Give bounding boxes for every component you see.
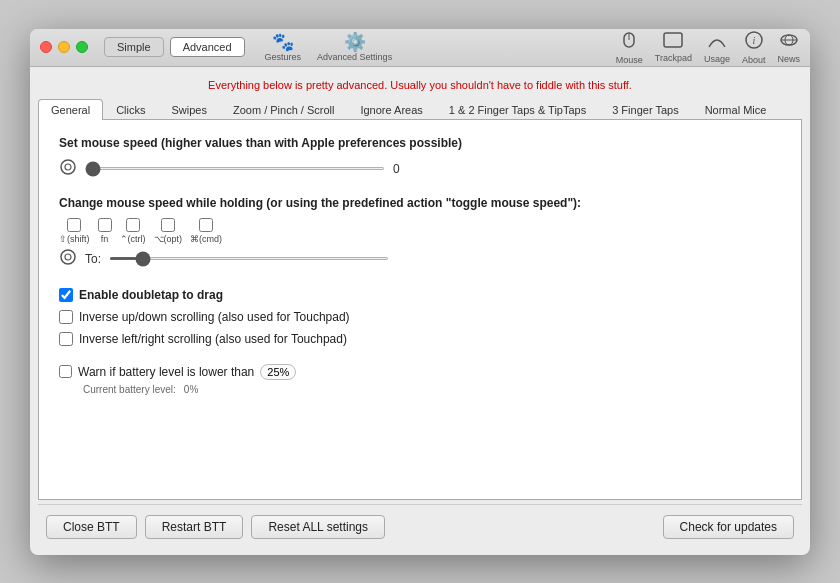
mouse-speed-slider-row: 0 [59,158,781,180]
shift-checkbox[interactable] [67,218,81,232]
reset-all-button[interactable]: Reset ALL settings [251,515,385,539]
doubletap-drag-checkbox[interactable] [59,288,73,302]
ctrl-checkbox[interactable] [126,218,140,232]
gestures-icon: 🐾 [272,33,294,51]
gestures-icon-group[interactable]: 🐾 Gestures [265,33,302,62]
to-speed-row: To: [59,248,781,270]
tab-clicks[interactable]: Clicks [103,99,158,120]
mouse-nav-item[interactable]: Mouse [616,30,643,65]
trackpad-icon [663,32,683,53]
tab-swipes[interactable]: Swipes [158,99,219,120]
inverse-leftright-checkbox[interactable] [59,332,73,346]
fn-checkbox[interactable] [98,218,112,232]
titlebar: Simple Advanced 🐾 Gestures ⚙️ Advanced S… [30,29,810,67]
titlebar-right-icons: Mouse Trackpad Usage [616,30,800,65]
cmd-label: ⌘(cmd) [190,234,222,244]
mouse-icon [619,30,639,55]
tab-3-finger-taps[interactable]: 3 Finger Taps [599,99,691,120]
svg-point-11 [65,254,71,260]
advanced-settings-icon: ⚙️ [344,33,366,51]
inverse-updown-label: Inverse up/down scrolling (also used for… [79,310,350,324]
doubletap-drag-row: Enable doubletap to drag [59,288,781,302]
inverse-updown-checkbox[interactable] [59,310,73,324]
opt-label: ⌥(opt) [154,234,183,244]
shift-label: ⇧(shift) [59,234,90,244]
tab-normal-mice[interactable]: Normal Mice [692,99,780,120]
general-panel: Set mouse speed (higher values than with… [38,120,802,500]
mouse-speed-slider[interactable] [85,167,385,170]
close-button[interactable] [40,41,52,53]
svg-rect-2 [664,33,682,47]
modifier-speed-title: Change mouse speed while holding (or usi… [59,196,781,210]
usage-icon [707,31,727,54]
ctrl-label: ⌃(ctrl) [120,234,146,244]
about-icon: i [744,30,764,55]
tab-general[interactable]: General [38,99,103,120]
usage-nav-label: Usage [704,54,730,64]
maximize-button[interactable] [76,41,88,53]
bottom-bar: Close BTT Restart BTT Reset ALL settings… [38,504,802,547]
content-area: Everything below is pretty advanced. Usu… [30,67,810,555]
battery-warn-row: Warn if battery level is lower than 25% [59,364,781,380]
traffic-lights [40,41,88,53]
svg-point-8 [61,160,75,174]
doubletap-drag-label: Enable doubletap to drag [79,288,223,302]
opt-checkbox[interactable] [161,218,175,232]
tab-advanced[interactable]: Advanced [170,37,245,57]
about-nav-label: About [742,55,766,65]
news-nav-item[interactable]: News [777,31,800,64]
svg-point-10 [61,250,75,264]
close-btt-button[interactable]: Close BTT [46,515,137,539]
current-battery-value: 0% [184,384,198,395]
about-nav-item[interactable]: i About [742,30,766,65]
minimize-button[interactable] [58,41,70,53]
main-window: Simple Advanced 🐾 Gestures ⚙️ Advanced S… [30,29,810,555]
titlebar-icon-groups: 🐾 Gestures ⚙️ Advanced Settings [265,33,393,62]
to-speed-slow-icon [59,248,77,270]
mouse-speed-slow-icon [59,158,77,180]
tab-simple[interactable]: Simple [104,37,164,57]
trackpad-nav-item[interactable]: Trackpad [655,32,692,63]
tab-bar: General Clicks Swipes Zoom / Pinch / Scr… [38,99,802,120]
mouse-speed-title: Set mouse speed (higher values than with… [59,136,781,150]
inverse-leftright-row: Inverse left/right scrolling (also used … [59,332,781,346]
to-label: To: [85,252,101,266]
news-icon [778,31,800,54]
battery-warn-value: 25% [267,366,289,378]
warning-text: Everything below is pretty advanced. Usu… [208,79,632,91]
tab-1-2-finger-taps[interactable]: 1 & 2 Finger Taps & TipTaps [436,99,599,120]
advanced-settings-label: Advanced Settings [317,52,392,62]
cmd-modifier: ⌘(cmd) [190,218,222,244]
opt-modifier: ⌥(opt) [154,218,183,244]
advanced-settings-icon-group[interactable]: ⚙️ Advanced Settings [317,33,392,62]
current-battery-label: Current battery level: [83,384,176,395]
modifier-checkboxes-row: ⇧(shift) fn ⌃(ctrl) ⌥(opt) ⌘(cmd) [59,218,781,244]
tab-zoom-pinch-scroll[interactable]: Zoom / Pinch / Scroll [220,99,347,120]
tab-ignore-areas[interactable]: Ignore Areas [347,99,435,120]
news-nav-label: News [777,54,800,64]
to-speed-slider[interactable] [109,257,389,260]
svg-text:i: i [752,35,755,46]
battery-warn-checkbox[interactable] [59,365,72,378]
inverse-updown-row: Inverse up/down scrolling (also used for… [59,310,781,324]
mouse-speed-value: 0 [393,162,413,176]
warning-bar: Everything below is pretty advanced. Usu… [38,75,802,95]
svg-point-9 [65,164,71,170]
ctrl-modifier: ⌃(ctrl) [120,218,146,244]
battery-spinbox[interactable]: 25% [260,364,296,380]
check-updates-button[interactable]: Check for updates [663,515,794,539]
gestures-label: Gestures [265,52,302,62]
trackpad-nav-label: Trackpad [655,53,692,63]
battery-warn-label: Warn if battery level is lower than [78,365,254,379]
usage-nav-item[interactable]: Usage [704,31,730,64]
mode-tabs: Simple Advanced [104,37,245,57]
restart-btt-button[interactable]: Restart BTT [145,515,244,539]
inverse-leftright-label: Inverse left/right scrolling (also used … [79,332,347,346]
fn-modifier: fn [98,218,112,244]
cmd-checkbox[interactable] [199,218,213,232]
mouse-nav-label: Mouse [616,55,643,65]
fn-label: fn [101,234,109,244]
shift-modifier: ⇧(shift) [59,218,90,244]
